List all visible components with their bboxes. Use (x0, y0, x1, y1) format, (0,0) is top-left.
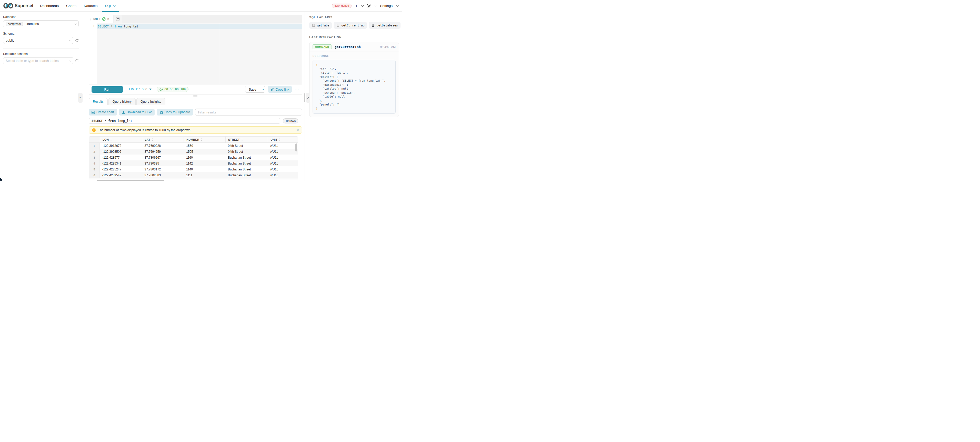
table-cell: NULL (268, 148, 298, 155)
refresh-icon[interactable] (75, 39, 79, 42)
panel-drag-bar[interactable] (304, 93, 305, 102)
column-header-lon[interactable]: LON (100, 137, 142, 142)
last-interaction-title: LAST INTERACTION (309, 36, 399, 39)
run-button[interactable]: Run (92, 86, 123, 93)
column-header-unit[interactable]: UNIT (268, 137, 298, 142)
sql-code-editor[interactable]: 1 SELECT * from long_lat Run LIMIT: 1 00… (89, 23, 302, 94)
copy-clipboard-button[interactable]: Copy to Clipboard (157, 109, 193, 115)
table-cell: -122.4289542 (100, 172, 142, 178)
row-number: 6 (89, 172, 100, 178)
warning-icon: ! (92, 128, 95, 132)
column-header-number[interactable]: NUMBER (184, 137, 225, 142)
collapse-right-panel-button[interactable]: > (306, 93, 310, 103)
api-panel-title: SQL LAB APIS (309, 16, 399, 19)
sort-icon[interactable] (152, 138, 153, 141)
row-count-badge: 1k rows (283, 118, 298, 123)
save-button[interactable]: Save (245, 86, 260, 93)
getdatabases-button[interactable]: getDatabases (369, 22, 400, 29)
column-header-label: STREET (228, 138, 240, 141)
link-icon (270, 88, 274, 91)
sqllab-left-sidebar: Database postgresql examples Schema publ… (0, 11, 82, 181)
sort-icon[interactable] (201, 138, 202, 141)
gettabs-button[interactable]: getTabs (309, 22, 332, 29)
database-value: examples (25, 22, 39, 26)
filter-results-input[interactable] (195, 109, 302, 116)
new-item-plus-icon[interactable]: + (355, 3, 358, 8)
results-table-body: 1-122.391267237.7690928155004th StreetNU… (89, 143, 298, 178)
collapse-left-panel-button[interactable]: < (78, 93, 83, 103)
table-cell: Buchanan Street (225, 172, 268, 178)
panel-splitter-handle[interactable] (193, 96, 197, 97)
vertical-scrollbar-thumb[interactable] (295, 144, 297, 152)
sql-code-line: SELECT * from long_lat (98, 25, 138, 28)
settings-menu[interactable]: Settings (380, 4, 393, 8)
chevron-down-icon[interactable] (361, 4, 364, 7)
save-dropdown-caret[interactable] (260, 86, 265, 93)
response-json-box: { "id": "1", "title": "Tab 1", "editor":… (313, 60, 396, 114)
database-label: Database (3, 15, 79, 19)
tab-results[interactable]: Results (89, 98, 108, 105)
chevron-down-icon (396, 4, 399, 7)
sort-icon[interactable] (279, 138, 280, 141)
editor-tab[interactable]: Tab 1 × (89, 14, 113, 23)
column-header-street[interactable]: STREET (225, 137, 268, 142)
horizontal-scrollbar-thumb[interactable] (97, 180, 164, 182)
nav-item-charts[interactable]: Charts (66, 4, 76, 8)
drag-handle-icon[interactable] (91, 17, 91, 21)
limit-dropdown[interactable]: LIMIT: 1 000 (129, 88, 151, 91)
close-icon[interactable]: × (107, 17, 109, 21)
copy-link-button[interactable]: Copy link (268, 86, 292, 93)
nav-item-dashboards[interactable]: Dashboards (40, 4, 59, 8)
nav-item-sql[interactable]: SQL (105, 4, 115, 8)
table-cell: Buchanan Street (225, 160, 268, 166)
theme-sun-icon[interactable] (367, 3, 371, 8)
download-csv-button[interactable]: Download to CSV (119, 109, 155, 115)
table-cell: Buchanan Street (225, 155, 268, 160)
database-engine-tag: postgresql (6, 22, 23, 26)
tabs-page-icon (312, 24, 315, 27)
chevron-down-icon (69, 39, 71, 41)
schema-select[interactable]: public (3, 37, 73, 44)
row-number: 5 (89, 166, 100, 172)
table-cell: 1142 (184, 160, 225, 166)
create-chart-button[interactable]: Create chart (89, 109, 117, 115)
table-cell: 1160 (184, 155, 225, 160)
table-row: 3-122.42857737.78062671160Buchanan Stree… (89, 155, 298, 160)
tab-query-insights[interactable]: Query Insights (137, 98, 165, 105)
table-select[interactable]: Select table or type to search tables (3, 57, 73, 64)
table-cell: NULL (268, 160, 298, 166)
table-row: 1-122.391267237.7690928155004th StreetNU… (89, 143, 298, 148)
superset-brand[interactable]: Superset (3, 3, 33, 9)
chevron-down-icon (74, 22, 76, 25)
results-table: LONLATNUMBERSTREETUNIT 1-122.391267237.7… (89, 136, 298, 181)
column-header-label: NUMBER (186, 138, 199, 141)
chevron-down-icon[interactable] (375, 4, 377, 7)
refresh-icon[interactable] (75, 59, 79, 63)
close-icon[interactable]: × (297, 128, 299, 132)
table-cell: -122.3908502 (100, 148, 142, 155)
copy-icon (159, 111, 163, 114)
horizontal-scrollbar[interactable] (89, 179, 298, 181)
table-cell: NULL (268, 166, 298, 172)
superset-logo-icon (3, 3, 13, 9)
api-buttons: getTabs getCurrentTab getDa (309, 22, 399, 29)
new-tab-button[interactable]: + (114, 14, 122, 23)
timer-value: 00:00:00.189 (164, 88, 186, 91)
sort-icon[interactable] (110, 138, 112, 141)
database-select[interactable]: postgresql examples (3, 20, 79, 27)
nav-item-datasets[interactable]: Datasets (84, 4, 97, 8)
sort-icon[interactable] (241, 138, 243, 141)
navbar-right: flask-debug + Settings (332, 3, 398, 8)
editor-tab-title: Tab 1 (93, 17, 101, 21)
chevron-down-icon (113, 4, 116, 7)
mouse-cursor-icon (0, 177, 4, 181)
row-number: 1 (89, 143, 100, 148)
tab-query-history[interactable]: Query history (108, 98, 136, 105)
results-table-header: LONLATNUMBERSTREETUNIT (89, 137, 298, 143)
chevron-down-icon (69, 59, 71, 62)
column-header-lat[interactable]: LAT (142, 137, 184, 142)
response-json: { "id": "1", "title": "Tab 1", "editor":… (316, 63, 392, 111)
getcurrenttab-button[interactable]: getCurrentTab (334, 22, 367, 29)
ellipsis-more-icon[interactable]: ··· (294, 87, 299, 92)
schema-value: public (6, 38, 14, 42)
